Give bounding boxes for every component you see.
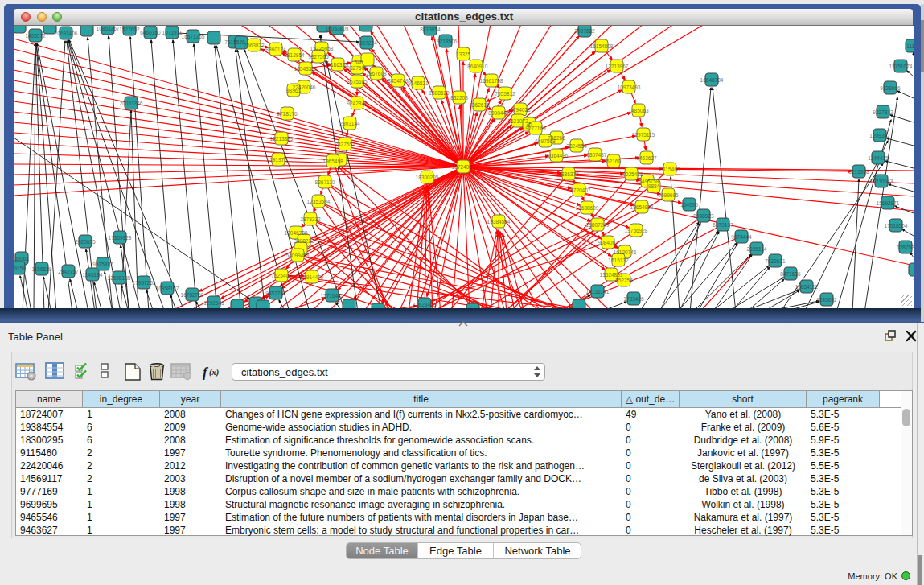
svg-text:1621072: 1621072	[507, 118, 528, 124]
svg-text:7485063: 7485063	[628, 108, 649, 113]
svg-text:12213967: 12213967	[606, 64, 629, 69]
svg-text:1733426: 1733426	[623, 296, 644, 302]
svg-text:16210643: 16210643	[870, 179, 893, 184]
svg-text:1292346: 1292346	[203, 300, 224, 306]
svg-text:16543382: 16543382	[294, 66, 318, 72]
svg-text:9457791: 9457791	[265, 290, 286, 296]
svg-text:12353594: 12353594	[307, 199, 331, 204]
svg-text:9242848: 9242848	[347, 101, 368, 106]
svg-text:1588520: 1588520	[429, 90, 450, 96]
svg-text:1527602: 1527602	[119, 27, 140, 32]
svg-text:6466160: 6466160	[140, 30, 161, 35]
svg-text:7386372: 7386372	[558, 171, 579, 177]
svg-text:10025438: 10025438	[620, 171, 643, 177]
svg-text:16961758: 16961758	[480, 78, 503, 84]
svg-text:17016504: 17016504	[885, 223, 908, 229]
svg-text:20691406: 20691406	[55, 31, 78, 36]
svg-text:2867608: 2867608	[366, 71, 387, 76]
svg-text:1244415: 1244415	[868, 155, 889, 161]
svg-text:8215958: 8215958	[848, 169, 869, 175]
svg-text:9146821: 9146821	[408, 80, 429, 86]
svg-text:9674444: 9674444	[731, 234, 752, 240]
svg-text:9327505: 9327505	[347, 65, 368, 71]
svg-text:16671355: 16671355	[182, 34, 205, 39]
svg-text:8990448: 8990448	[488, 110, 509, 116]
svg-text:9245052: 9245052	[816, 297, 837, 303]
svg-text:39159: 39159	[14, 266, 26, 271]
svg-text:1145194: 1145194	[83, 272, 103, 278]
svg-text:17957255: 17957255	[133, 280, 156, 286]
svg-text:12505135: 12505135	[108, 275, 131, 281]
svg-text:3824554: 3824554	[566, 143, 587, 149]
svg-text:3498222: 3498222	[294, 238, 314, 244]
svg-text:1112: 1112	[906, 43, 914, 49]
svg-text:8454749: 8454749	[388, 78, 409, 84]
svg-text:2020655: 2020655	[75, 239, 96, 245]
svg-text:8938923: 8938923	[693, 213, 714, 219]
svg-text:6879197: 6879197	[713, 222, 733, 228]
svg-text:15751074: 15751074	[889, 64, 913, 69]
svg-text:2087682: 2087682	[574, 28, 595, 34]
svg-text:9327505: 9327505	[308, 54, 329, 60]
svg-text:9884: 9884	[648, 183, 660, 189]
svg-text:9115460: 9115460	[660, 167, 680, 172]
svg-text:8912954: 8912954	[284, 52, 305, 58]
svg-text:7632621: 7632621	[765, 258, 786, 264]
svg-text:35061: 35061	[14, 256, 29, 262]
svg-text:8813054: 8813054	[420, 27, 441, 32]
svg-text:12213389: 12213389	[270, 136, 294, 142]
svg-text:16648784: 16648784	[700, 77, 724, 83]
svg-text:2718176: 2718176	[277, 111, 298, 117]
svg-text:16154808: 16154808	[590, 43, 614, 49]
svg-text:15692971: 15692971	[877, 200, 900, 206]
svg-text:16120746: 16120746	[614, 249, 637, 255]
svg-text:7955812: 7955812	[495, 91, 515, 97]
svg-text:15807249: 15807249	[586, 222, 610, 228]
svg-text:7515526: 7515526	[224, 39, 245, 45]
svg-text:128753: 128753	[897, 245, 914, 250]
svg-text:17359928: 17359928	[109, 235, 132, 241]
svg-text:1156829: 1156829	[32, 266, 52, 272]
svg-text:2942757: 2942757	[58, 269, 79, 274]
svg-text:6794028: 6794028	[510, 107, 531, 113]
svg-text:19384554: 19384554	[487, 219, 511, 225]
svg-text:8427552: 8427552	[335, 142, 355, 147]
svg-text:20364436: 20364436	[545, 153, 569, 159]
svg-text:10688609: 10688609	[576, 205, 599, 211]
svg-text:18724007: 18724007	[452, 164, 475, 170]
svg-text:(x): (x)	[209, 368, 219, 377]
svg-text:16782759: 16782759	[181, 292, 204, 298]
svg-text:1362615: 1362615	[469, 102, 490, 108]
svg-text:1071911: 1071911	[162, 30, 183, 35]
svg-text:9329966: 9329966	[880, 85, 901, 91]
svg-text:15226058: 15226058	[310, 46, 334, 51]
svg-text:8267110: 8267110	[315, 179, 335, 185]
svg-text:15720407: 15720407	[568, 187, 591, 193]
svg-text:10853267: 10853267	[97, 26, 120, 31]
svg-text:8186328: 8186328	[327, 62, 348, 68]
svg-text:3675685: 3675685	[347, 79, 368, 84]
svg-text:16053809: 16053809	[326, 26, 349, 31]
svg-text:98961: 98961	[286, 88, 301, 93]
svg-text:2803144: 2803144	[339, 121, 360, 126]
svg-text:7563822: 7563822	[244, 43, 265, 48]
svg-text:18640910: 18640910	[465, 64, 488, 69]
svg-text:10958107: 10958107	[156, 286, 179, 291]
svg-text:15716485: 15716485	[321, 293, 344, 299]
svg-text:9975887: 9975887	[92, 262, 113, 267]
svg-text:1615132: 1615132	[608, 257, 629, 263]
svg-text:14914479: 14914479	[301, 274, 324, 280]
svg-text:54099489: 54099489	[286, 253, 310, 258]
svg-text:f: f	[203, 365, 209, 380]
svg-text:12923468: 12923468	[413, 302, 437, 307]
svg-text:164095: 164095	[680, 202, 698, 208]
svg-text:2935114: 2935114	[747, 246, 767, 252]
svg-text:252254: 252254	[615, 278, 633, 283]
svg-text:1209382: 1209382	[869, 133, 890, 138]
svg-text:8471636: 8471636	[780, 271, 801, 277]
svg-text:6497568: 6497568	[535, 138, 556, 144]
svg-text:546: 546	[355, 60, 363, 65]
svg-text:10807487: 10807487	[584, 152, 607, 158]
svg-text:10046788: 10046788	[285, 230, 308, 236]
svg-text:7357224: 7357224	[356, 40, 377, 46]
